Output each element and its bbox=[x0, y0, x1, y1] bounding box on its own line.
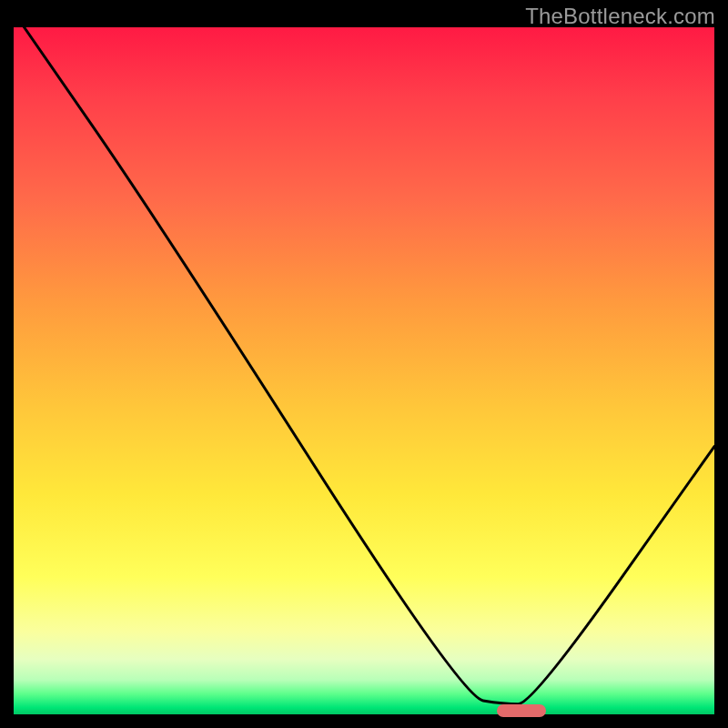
plot-area bbox=[14, 27, 714, 714]
watermark-text: TheBottleneck.com bbox=[525, 4, 715, 29]
chart-frame: TheBottleneck.com bbox=[0, 0, 728, 728]
bottleneck-curve bbox=[14, 27, 714, 714]
optimal-range-marker bbox=[497, 704, 546, 717]
